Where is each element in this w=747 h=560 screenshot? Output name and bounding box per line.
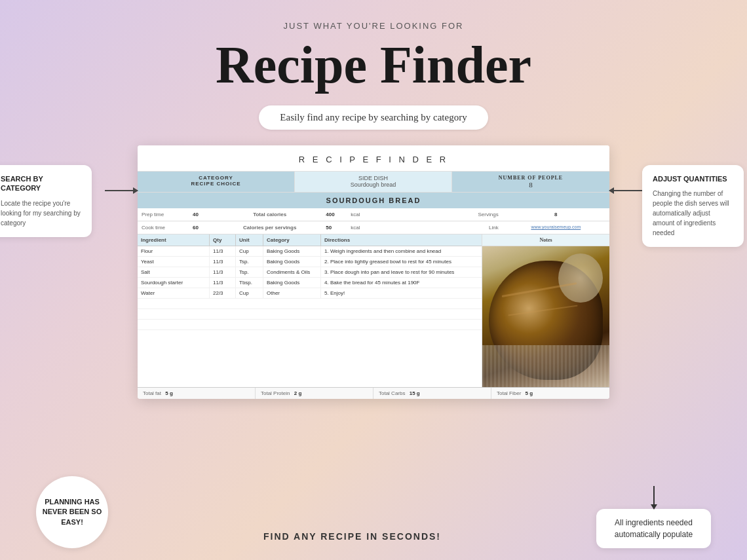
find-recipe-section: FIND ANY RECIPE IN SECONDS!	[263, 531, 441, 542]
td-category: Condiments & Oils	[263, 267, 321, 277]
prep-label: Prep time	[138, 210, 190, 219]
td-ingredient: Water	[138, 288, 210, 298]
totals-row: Total fat 5 g Total Protein 2 g Total Ca…	[138, 387, 609, 399]
total-protein-label: Total Protein	[261, 390, 290, 396]
td-unit: Cup	[236, 288, 263, 298]
category-cell: CATEGORY RECIPE CHOICE	[138, 172, 295, 192]
total-fiber-label: Total Fiber	[497, 390, 521, 396]
total-carbs: Total Carbs 15 g	[374, 388, 491, 399]
table-row-empty	[138, 320, 482, 330]
td-category: Baking Goods	[263, 278, 321, 288]
td-unit: Tsp.	[236, 257, 263, 267]
cook-value: 60	[190, 223, 216, 232]
td-directions: 4. Bake the bread for 45 minutes at 190F	[321, 278, 482, 288]
table-row: Yeast 11/3 Tsp. Baking Goods 2. Place in…	[138, 257, 482, 267]
table-row: Flour 11/3 Cup Baking Goods 1. Weigh ing…	[138, 246, 482, 257]
td-ingredient: Salt	[138, 267, 210, 277]
search-callout-text: Locate the recipe you're looking for my …	[1, 198, 81, 228]
total-protein-value: 2 g	[294, 390, 302, 396]
page-header: JUST WHAT YOU'RE LOOKING FOR Recipe Find…	[0, 0, 747, 145]
find-recipe-text: FIND ANY RECIPE IN SECONDS!	[263, 531, 441, 542]
total-cal-label: Total calories	[216, 210, 323, 219]
category-value: SIDE DISH	[300, 175, 446, 181]
category-value-cell: SIDE DISH Sourdough bread	[295, 172, 452, 192]
category-label: CATEGORY	[143, 175, 289, 181]
servings-value: 8	[503, 210, 609, 219]
table-row: Salt 11/3 Tsp. Condiments & Oils 3. Plac…	[138, 267, 482, 278]
td-ingredient: Yeast	[138, 257, 210, 267]
cook-label: Cook time	[138, 223, 190, 232]
ingredients-text: All ingredients needed automatically pop…	[615, 518, 693, 539]
recipe-image-section: Notes	[482, 234, 609, 387]
recipe-label: RECIPE CHOICE	[143, 181, 289, 187]
tagline-pill: Easily find any recipe by searching by c…	[259, 105, 488, 130]
ss-title: R E C I P E F I N D E R	[138, 145, 609, 172]
search-callout-title: SEARCH BY CATEGORY	[1, 174, 81, 193]
ingredients-arrow	[653, 486, 655, 509]
th-ingredient: Ingredient	[138, 234, 210, 246]
content-area: SEARCH BY CATEGORY Locate the recipe you…	[13, 145, 734, 399]
total-carbs-label: Total Carbs	[379, 390, 405, 396]
ingredients-section: All ingredients needed automatically pop…	[596, 486, 711, 548]
cal-per-unit: kcal	[349, 223, 456, 232]
td-directions: 5. Enjoy!	[321, 288, 482, 298]
th-category: Category	[263, 234, 321, 246]
total-cal-unit: kcal	[349, 210, 456, 219]
td-qty: 11/3	[210, 278, 236, 288]
planning-badge: PLANNING HAS NEVER BEEN SO EASY!	[36, 476, 108, 548]
recipe-name-row: SOURDOUGH BREAD	[138, 193, 609, 208]
td-directions: 2. Place into lightly greased bowl to re…	[321, 257, 482, 267]
search-callout: SEARCH BY CATEGORY Locate the recipe you…	[0, 165, 92, 237]
adjust-callout-title: ADJUST QUANTITIES	[653, 174, 733, 183]
total-protein: Total Protein 2 g	[256, 388, 374, 399]
number-value: 8	[529, 181, 533, 189]
number-cell: NUMBER OF PEOPLE 8	[452, 172, 609, 192]
td-directions: 3. Place dough into pan and leave to res…	[321, 267, 482, 277]
link-value[interactable]: www.youraisemeup.com	[503, 223, 609, 232]
td-qty: 22/3	[210, 288, 236, 298]
stats-row-1: Prep time 40 Total calories 400 kcal Ser…	[138, 208, 609, 221]
td-qty: 11/3	[210, 257, 236, 267]
link-label: Link	[457, 223, 503, 232]
td-ingredient: Flour	[138, 246, 210, 256]
cal-per-value: 50	[323, 223, 349, 232]
recipe-value: Sourdough bread	[300, 181, 446, 188]
td-qty: 11/3	[210, 246, 236, 256]
prep-value: 40	[190, 210, 216, 219]
number-label: NUMBER OF PEOPLE	[499, 175, 563, 181]
adjust-callout: ADJUST QUANTITIES Changing the number of…	[642, 165, 744, 247]
stats-row-2: Cook time 60 Calories per servings 50 kc…	[138, 221, 609, 234]
td-unit: Cup	[236, 246, 263, 256]
td-category: Baking Goods	[263, 246, 321, 256]
th-qty: Qty	[210, 234, 236, 246]
left-arrow-line	[105, 190, 138, 191]
total-fat-value: 5 g	[165, 390, 173, 396]
table-row-empty	[138, 309, 482, 320]
total-carbs-value: 15 g	[410, 390, 420, 396]
bread-photo	[482, 246, 609, 387]
table-row: Water 22/3 Cup Other 5. Enjoy!	[138, 288, 482, 299]
table-row-empty	[138, 299, 482, 309]
th-unit: Unit	[236, 234, 263, 246]
total-fiber: Total Fiber 5 g	[491, 388, 609, 399]
main-title: Recipe Finder	[0, 36, 747, 94]
total-fat: Total fat 5 g	[138, 388, 256, 399]
td-unit: Tsp.	[236, 267, 263, 277]
ingredients-table: Ingredient Qty Unit Category Directions …	[138, 234, 482, 387]
total-fiber-value: 5 g	[526, 390, 533, 396]
spreadsheet: R E C I P E F I N D E R CATEGORY RECIPE …	[138, 145, 609, 399]
bottom-area: PLANNING HAS NEVER BEEN SO EASY! FIND AN…	[0, 476, 747, 548]
tagline-text: Easily find any recipe by searching by c…	[280, 112, 467, 122]
td-category: Baking Goods	[263, 257, 321, 267]
category-row: CATEGORY RECIPE CHOICE SIDE DISH Sourdou…	[138, 172, 609, 193]
td-qty: 11/3	[210, 267, 236, 277]
cal-per-label: Calories per servings	[216, 223, 323, 232]
total-cal-value: 400	[323, 210, 349, 219]
table-header: Ingredient Qty Unit Category Directions	[138, 234, 482, 246]
table-row: Sourdough starter 11/3 Tbsp. Baking Good…	[138, 278, 482, 288]
td-unit: Tbsp.	[236, 278, 263, 288]
th-directions: Directions	[321, 234, 482, 246]
notes-header: Notes	[482, 234, 609, 246]
total-fat-label: Total fat	[143, 390, 161, 396]
adjust-callout-text: Changing the number of people the dish s…	[653, 189, 733, 238]
